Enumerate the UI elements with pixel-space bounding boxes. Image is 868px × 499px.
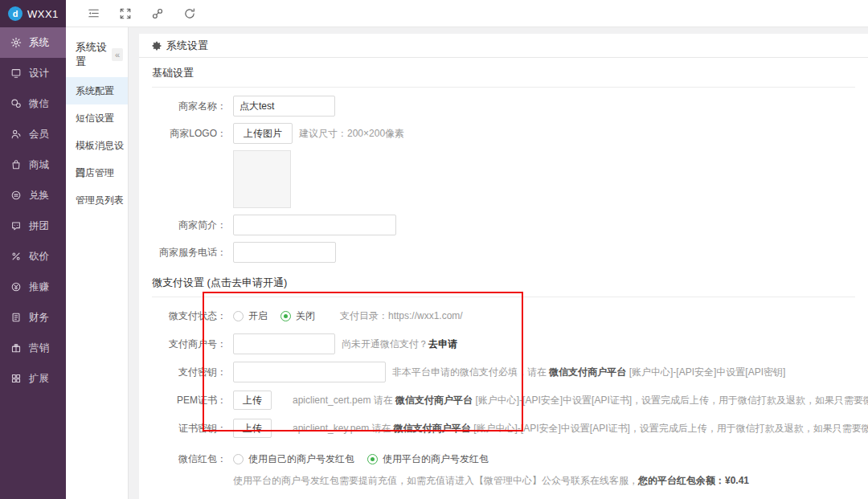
top-toolbar [66, 0, 868, 27]
red-packet-label: 微信红包： [152, 452, 227, 466]
sidebar-item-wechat[interactable]: 微信 [0, 88, 66, 119]
percent-icon [10, 251, 22, 262]
red-packet-platform-radio[interactable]: 使用平台的商户号发红包 [367, 452, 489, 466]
submenu-item-system-config[interactable]: 系统配置 [66, 77, 128, 104]
sidebar-item-groupon[interactable]: 拼团 [0, 211, 66, 241]
sidebar-item-label: 微信 [29, 97, 49, 111]
submenu-item-sms-settings[interactable]: 短信设置 [66, 104, 128, 132]
pay-key-hint: 非本平台申请的微信支付必填，请在 微信支付商户平台 [账户中心]-[API安全]… [392, 366, 785, 379]
app-window: d WXX1 系统 设计 微信 会员 商城 [0, 0, 868, 499]
sidebar-item-label: 商城 [29, 158, 49, 172]
red-packet-own-radio[interactable]: 使用自己的商户号发红包 [233, 452, 354, 466]
cert-key-hint: apiclient_key.pem 请在 微信支付商户平台 [账户中心]-[AP… [293, 422, 868, 436]
monitor-icon [10, 67, 22, 79]
submenu-item-template-message[interactable]: 模板消息设置 [66, 132, 128, 159]
page-title-bar: 系统设置 [139, 34, 868, 58]
wechat-icon [10, 98, 22, 109]
pay-directory-text: 支付目录：https://wxx1.com/ [340, 309, 463, 323]
sidebar-item-label: 推赚 [29, 280, 49, 294]
fullscreen-icon[interactable] [109, 0, 141, 27]
sidebar-item-extension[interactable]: 扩展 [0, 363, 66, 394]
merchant-intro-input[interactable] [233, 215, 396, 235]
sidebar-item-bargain[interactable]: 砍价 [0, 241, 66, 272]
main-content: 系统设置 基础设置 商家名称： 商家LOGO： 上传图片 建议尺寸：200×20… [129, 27, 868, 499]
merchant-id-label: 支付商户号： [152, 337, 227, 351]
group-chat-icon [10, 220, 22, 231]
submenu-item-admin-list[interactable]: 管理员列表 [66, 186, 128, 214]
wechat-pay-form: 微支付状态： 开启 关闭 支付目录：https://wxx1.com/ 支付商户… [139, 305, 868, 488]
pem-cert-hint: apiclient_cert.pem 请在 微信支付商户平台 [账户中心]-[A… [293, 394, 868, 407]
secondary-sidebar: 系统设置 « 系统配置 短信设置 模板消息设置 门店管理 管理员列表 [66, 27, 129, 499]
merchant-name-label: 商家名称： [152, 100, 227, 113]
members-icon [10, 129, 22, 140]
cert-key-label: 证书密钥： [152, 422, 227, 436]
page-title: 系统设置 [166, 39, 208, 53]
sidebar-item-exchange[interactable]: 兑换 [0, 180, 66, 211]
pay-key-input[interactable] [233, 362, 386, 382]
section-title-basic: 基础设置 [152, 58, 855, 88]
sidebar-item-members[interactable]: 会员 [0, 119, 66, 149]
mall-bag-icon [10, 159, 22, 170]
sidebar-item-design[interactable]: 设计 [0, 58, 66, 88]
sidebar-item-label: 扩展 [29, 372, 49, 386]
section-title-finance: 财务设置 [152, 493, 855, 499]
upload-cert-key-button[interactable]: 上传 [233, 419, 272, 438]
radio-label: 使用平台的商户号发红包 [383, 452, 489, 466]
promote-coin-icon [10, 281, 22, 292]
service-phone-label: 商家服务电话： [152, 246, 227, 260]
pay-status-label: 微支付状态： [152, 309, 227, 323]
sidebar-item-label: 砍价 [29, 250, 49, 264]
submenu-header: 系统设置 « [66, 27, 128, 77]
merchant-id-input[interactable] [233, 333, 335, 354]
sidebar-item-label: 会员 [29, 128, 49, 141]
gift-icon [10, 342, 22, 354]
sidebar-item-label: 财务 [29, 311, 49, 325]
primary-nav: 系统 设计 微信 会员 商城 兑换 [0, 27, 66, 394]
sidebar-item-label: 系统 [29, 36, 49, 50]
apply-link[interactable]: 去申请 [428, 338, 457, 350]
exchange-coin-icon [10, 190, 22, 201]
merchant-intro-label: 商家简介： [152, 219, 227, 232]
service-phone-input[interactable] [233, 242, 336, 263]
upload-pem-cert-button[interactable]: 上传 [233, 391, 272, 410]
pay-status-off-radio[interactable]: 关闭 [280, 309, 315, 323]
sidebar-item-mall[interactable]: 商城 [0, 149, 66, 180]
merchant-name-input[interactable] [233, 96, 335, 117]
gear-icon [152, 41, 162, 51]
sidebar-item-finance[interactable]: 财务 [0, 302, 66, 333]
sidebar-item-marketing[interactable]: 营销 [0, 333, 66, 363]
sidebar-item-label: 兑换 [29, 189, 49, 202]
sidebar-item-system[interactable]: 系统 [0, 27, 66, 58]
radio-label: 关闭 [296, 309, 315, 323]
primary-sidebar: d WXX1 系统 设计 微信 会员 商城 [0, 0, 66, 499]
logo-preview-box[interactable] [233, 150, 291, 208]
sidebar-item-label: 设计 [29, 67, 49, 80]
refresh-icon[interactable] [174, 0, 206, 27]
logo-badge-icon: d [8, 6, 23, 21]
sidebar-item-promote[interactable]: 推赚 [0, 272, 66, 302]
pay-key-label: 支付密钥： [152, 366, 227, 379]
collapse-sidebar-button[interactable]: « [112, 48, 123, 61]
basic-settings-form: 商家名称： 商家LOGO： 上传图片 建议尺寸：200×200像素 商家简介： … [139, 96, 868, 263]
link-icon[interactable] [141, 0, 174, 27]
radio-label: 使用自己的商户号发红包 [248, 452, 354, 466]
settings-panel: 系统设置 基础设置 商家名称： 商家LOGO： 上传图片 建议尺寸：200×20… [139, 34, 868, 499]
app-logo[interactable]: d WXX1 [0, 0, 66, 27]
upload-image-button[interactable]: 上传图片 [233, 123, 293, 144]
gear-icon [10, 37, 22, 48]
pay-status-on-radio[interactable]: 开启 [233, 309, 268, 323]
red-packet-note: 使用平台的商户号发红包需要提前充值，如需充值请进入【微管理中心】公众号联系在线客… [233, 474, 858, 488]
merchant-id-hint: 尚未开通微信支付？去申请 [342, 337, 457, 351]
submenu-title: 系统设置 [76, 40, 112, 69]
menu-fold-icon[interactable] [77, 0, 109, 27]
merchant-logo-label: 商家LOGO： [152, 127, 227, 141]
pem-cert-label: PEM证书： [152, 394, 227, 407]
sidebar-item-label: 营销 [29, 342, 49, 355]
logo-text: WXX1 [27, 8, 59, 20]
radio-label: 开启 [248, 309, 268, 323]
section-title-wechat-pay: 微支付设置 (点击去申请开通) [152, 268, 855, 297]
ledger-icon [10, 312, 22, 323]
logo-size-hint: 建议尺寸：200×200像素 [299, 127, 404, 141]
submenu-item-store-management[interactable]: 门店管理 [66, 159, 128, 186]
grid-icon [10, 373, 22, 384]
